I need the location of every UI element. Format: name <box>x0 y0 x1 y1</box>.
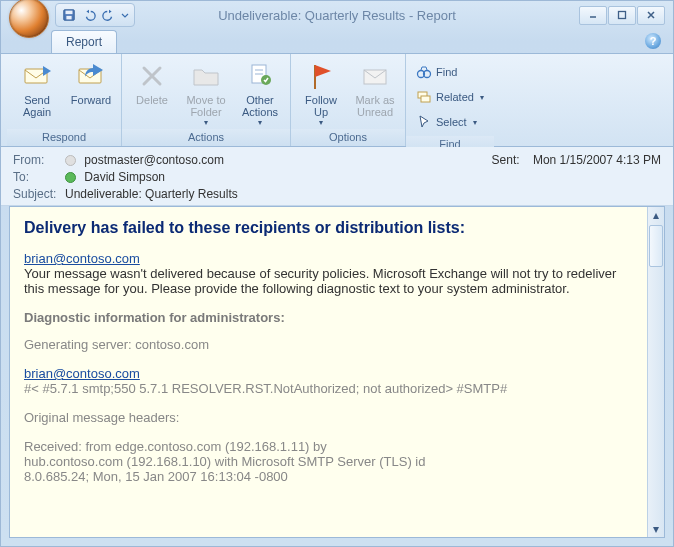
ribbon: Send Again Forward Respond Delete <box>1 53 673 147</box>
message-body[interactable]: Delivery has failed to these recipients … <box>10 207 648 537</box>
find-button[interactable]: Find <box>412 60 488 84</box>
group-label-actions: Actions <box>122 129 290 146</box>
close-button[interactable] <box>637 6 665 25</box>
presence-icon <box>65 172 76 183</box>
other-actions-icon <box>244 60 276 92</box>
follow-up-button[interactable]: Follow Up ▾ <box>295 58 347 129</box>
group-label-options: Options <box>291 129 405 146</box>
move-to-folder-button[interactable]: Move to Folder ▾ <box>180 58 232 129</box>
to-label: To: <box>13 170 65 184</box>
group-respond: Send Again Forward Respond <box>7 54 122 146</box>
recipient-link[interactable]: brian@contoso.com <box>24 251 140 266</box>
send-again-button[interactable]: Send Again <box>11 58 63 120</box>
scroll-down-icon[interactable]: ▾ <box>649 521 663 537</box>
group-options: Follow Up ▾ Mark as Unread Options <box>291 54 406 146</box>
help-button[interactable]: ? <box>645 33 661 49</box>
delete-icon <box>136 60 168 92</box>
folder-icon <box>190 60 222 92</box>
to-value[interactable]: David Simpson <box>84 170 165 184</box>
minimize-button[interactable] <box>579 6 607 25</box>
window-title: Undeliverable: Quarterly Results - Repor… <box>95 8 579 23</box>
send-again-icon <box>21 60 53 92</box>
diagnostic-heading: Diagnostic information for administrator… <box>24 310 630 325</box>
mark-unread-button[interactable]: Mark as Unread <box>349 58 401 120</box>
received-line-3: 8.0.685.24; Mon, 15 Jan 2007 16:13:04 -0… <box>24 469 288 484</box>
delete-button[interactable]: Delete <box>126 58 178 108</box>
tab-report[interactable]: Report <box>51 30 117 53</box>
maximize-button[interactable] <box>608 6 636 25</box>
from-value[interactable]: postmaster@contoso.com <box>84 153 224 167</box>
group-find: Find Related ▾ Select ▾ <box>406 54 494 146</box>
related-icon <box>416 89 432 105</box>
scroll-thumb[interactable] <box>649 225 663 267</box>
select-button[interactable]: Select ▾ <box>412 110 488 134</box>
recipient-link-2[interactable]: brian@contoso.com <box>24 366 140 381</box>
chevron-down-icon: ▾ <box>319 118 323 127</box>
chevron-down-icon: ▾ <box>480 93 484 102</box>
group-actions: Delete Move to Folder ▾ Other Actions ▾ <box>122 54 291 146</box>
svg-rect-2 <box>66 16 71 20</box>
cursor-icon <box>416 114 432 130</box>
ribbon-tabs: Report ? <box>1 29 673 53</box>
presence-icon <box>65 155 76 166</box>
svg-rect-15 <box>421 96 430 102</box>
subject-value: Undeliverable: Quarterly Results <box>65 187 661 201</box>
chevron-down-icon: ▾ <box>204 118 208 127</box>
app-window: Undeliverable: Quarterly Results - Repor… <box>0 0 674 547</box>
envelope-icon <box>359 60 391 92</box>
ndr-title: Delivery has failed to these recipients … <box>24 219 630 237</box>
related-button[interactable]: Related ▾ <box>412 85 488 109</box>
message-body-pane: Delivery has failed to these recipients … <box>9 206 665 538</box>
message-header: From: postmaster@contoso.com Sent: Mon 1… <box>1 147 673 206</box>
chevron-down-icon: ▾ <box>258 118 262 127</box>
scroll-up-icon[interactable]: ▴ <box>649 207 663 223</box>
flag-icon <box>305 60 337 92</box>
generating-server: Generating server: contoso.com <box>24 337 630 352</box>
scrollbar[interactable]: ▴ ▾ <box>647 207 664 537</box>
save-icon[interactable] <box>60 6 78 24</box>
smtp-error-line: #< #5.7.1 smtp;550 5.7.1 RESOLVER.RST.No… <box>24 381 507 396</box>
original-headers-label: Original message headers: <box>24 410 630 425</box>
forward-button[interactable]: Forward <box>65 58 117 108</box>
sent-value: Mon 1/15/2007 4:13 PM <box>533 153 661 167</box>
window-controls <box>579 6 665 25</box>
other-actions-button[interactable]: Other Actions ▾ <box>234 58 286 129</box>
svg-rect-1 <box>66 11 73 15</box>
received-line-2: hub.contoso.com (192.168.1.10) with Micr… <box>24 454 425 469</box>
from-label: From: <box>13 153 65 167</box>
sent-label: Sent: <box>492 153 520 167</box>
group-label-respond: Respond <box>7 129 121 146</box>
svg-rect-4 <box>619 12 626 19</box>
title-bar: Undeliverable: Quarterly Results - Repor… <box>1 1 673 29</box>
subject-label: Subject: <box>13 187 65 201</box>
forward-icon <box>75 60 107 92</box>
ndr-explain: Your message wasn't delivered because of… <box>24 266 616 296</box>
binoculars-icon <box>416 64 432 80</box>
received-line-1: Received: from edge.contoso.com (192.168… <box>24 439 327 454</box>
chevron-down-icon: ▾ <box>473 118 477 127</box>
